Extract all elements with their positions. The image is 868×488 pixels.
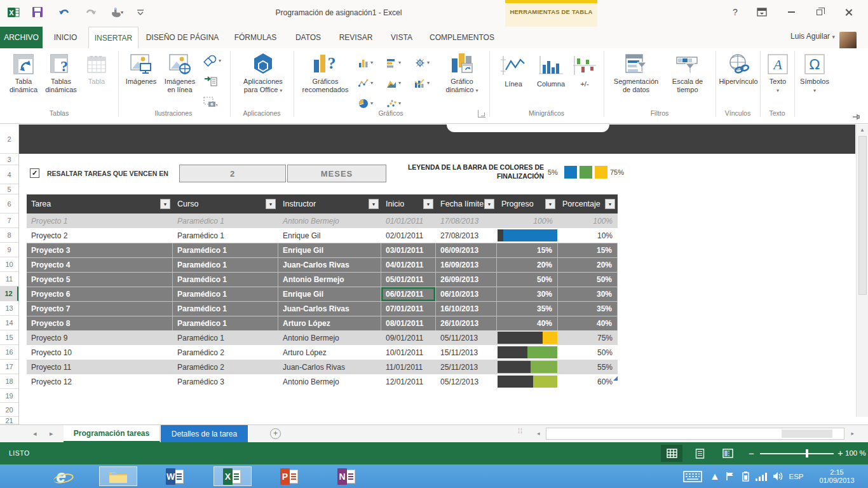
table-row-proyecto-8[interactable]: Proyecto 8Paramédico 1Arturo López08/01/…: [27, 316, 618, 330]
language-indicator[interactable]: ESP: [787, 464, 806, 488]
imagenes-button[interactable]: Imágenes: [123, 52, 159, 86]
cell-instructor[interactable]: Antonio Bermejo: [278, 330, 381, 345]
close-button[interactable]: [837, 4, 859, 20]
cell-fecha_limite[interactable]: 05/11/2013: [436, 330, 497, 345]
cell-inicio[interactable]: 05/01/2011: [381, 273, 436, 287]
cell-progreso[interactable]: [497, 360, 558, 374]
restore-button[interactable]: [808, 4, 830, 20]
row-header-3[interactable]: 3: [0, 154, 18, 165]
filter-dropdown-icon[interactable]: ▼: [545, 199, 555, 209]
cell-tarea[interactable]: Proyecto 6: [27, 287, 173, 301]
row-header-21[interactable]: 21: [0, 417, 18, 424]
texto-button[interactable]: A Texto▾: [763, 52, 793, 94]
row-header-15[interactable]: 15: [0, 330, 18, 345]
cell-fecha_limite[interactable]: 06/09/2013: [436, 243, 497, 257]
cell-inicio[interactable]: 06/01/2011: [381, 287, 436, 301]
cell-inicio[interactable]: 02/01/2011: [381, 228, 436, 243]
touch-mode-icon[interactable]: ▾: [107, 4, 126, 20]
row-header-4[interactable]: 4: [0, 165, 18, 184]
cell-progreso[interactable]: 50%: [497, 273, 558, 287]
segmentacion-de-datos-button[interactable]: Segmentación de datos: [609, 52, 663, 94]
task-table[interactable]: Tarea▼Curso▼Instructor▼Inicio▼Fecha lími…: [27, 194, 618, 389]
cell-fecha_limite[interactable]: 16/10/2013: [436, 302, 497, 316]
minigrafico-linea-button[interactable]: Línea: [497, 55, 530, 88]
minigrafico-columna-button[interactable]: Columna: [532, 55, 569, 88]
cell-fecha_limite[interactable]: 05/12/2013: [436, 374, 497, 389]
battery-icon[interactable]: [738, 464, 752, 488]
cell-progreso[interactable]: 35%: [497, 302, 558, 316]
minigrafico-ganancia-perdida-button[interactable]: +/-: [571, 55, 599, 88]
cell-progreso[interactable]: 100%: [497, 214, 558, 228]
cell-inicio[interactable]: 04/01/2011: [381, 258, 436, 272]
table-row-proyecto-4[interactable]: Proyecto 4Paramédico 1Juan-Carlos Rivas0…: [27, 257, 618, 272]
save-icon[interactable]: [28, 4, 47, 20]
imagenes-en-linea-button[interactable]: Imágenes en línea: [160, 52, 200, 94]
cell-tarea[interactable]: Proyecto 11: [27, 360, 173, 374]
ribbon-display-options-button[interactable]: [751, 4, 773, 20]
cell-curso[interactable]: Paramédico 1: [173, 330, 278, 345]
table-resize-handle[interactable]: [613, 376, 618, 381]
table-row-proyecto-10[interactable]: Proyecto 10Paramédico 2Arturo López10/01…: [27, 345, 618, 360]
zoom-out-button[interactable]: −: [749, 448, 754, 459]
new-sheet-button[interactable]: +: [270, 428, 281, 439]
row-header-17[interactable]: 17: [0, 360, 18, 374]
splitter-dots-icon[interactable]: ⁞⁞: [518, 427, 523, 435]
cell-progreso[interactable]: [497, 374, 558, 389]
tab-inicio[interactable]: INICIO: [46, 27, 85, 48]
table-row-proyecto-1[interactable]: Proyecto 1Paramédico 1Antonio Bermejo01/…: [27, 214, 618, 228]
table-row-proyecto-2[interactable]: Proyecto 2Paramédico 1Enrique Gil02/01/2…: [27, 228, 618, 243]
normal-view-button[interactable]: [661, 445, 682, 462]
cell-curso[interactable]: Paramédico 2: [173, 360, 278, 374]
sheet-tab-programacion-tareas[interactable]: Programación tareas: [64, 425, 160, 442]
tab-complementos[interactable]: COMPLEMENTOS: [423, 27, 501, 48]
cell-porcentaje[interactable]: 10%: [558, 228, 618, 243]
zoom-slider-thumb[interactable]: [806, 449, 808, 458]
pin-ribbon-icon[interactable]: [851, 112, 860, 119]
redo-icon[interactable]: [81, 4, 100, 20]
cell-curso[interactable]: Paramédico 3: [173, 374, 278, 389]
cell-curso[interactable]: Paramédico 2: [173, 345, 278, 360]
simbolos-button[interactable]: Ω Símbolos▾: [797, 52, 832, 94]
cell-instructor[interactable]: Juan-Carlos Rivas: [278, 258, 381, 272]
touch-keyboard-icon[interactable]: [679, 464, 707, 488]
clock[interactable]: 2:1501/09/2013: [811, 464, 863, 488]
horizontal-scrollbar[interactable]: ◂ ▸: [536, 428, 855, 440]
chart-scatter-icon[interactable]: ▾: [386, 97, 408, 111]
chart-scatter-line-icon[interactable]: ▾: [358, 76, 380, 90]
row-header-10[interactable]: 10: [0, 257, 18, 272]
scroll-up-icon[interactable]: ▲: [857, 127, 868, 133]
cell-tarea[interactable]: Proyecto 9: [27, 330, 173, 345]
chart-combo-icon[interactable]: ▾: [414, 76, 436, 90]
chart-pie-icon[interactable]: ▾: [358, 97, 380, 111]
cell-fecha_limite[interactable]: 26/09/2013: [436, 273, 497, 287]
filter-dropdown-icon[interactable]: ▼: [160, 199, 170, 209]
graficos-recomendados-button[interactable]: ? Gráficos recomendados: [297, 52, 353, 94]
cell-curso[interactable]: Paramédico 1: [173, 273, 278, 287]
chart-column-icon[interactable]: ▾: [358, 56, 380, 70]
chart-bar-icon[interactable]: ▾: [386, 56, 408, 70]
user-name[interactable]: Luis Aguilar ▾: [790, 32, 835, 41]
horizontal-scroll-thumb[interactable]: [782, 430, 832, 438]
cell-inicio[interactable]: 07/01/2011: [381, 302, 436, 316]
cell-progreso[interactable]: 30%: [497, 287, 558, 301]
row-header-19[interactable]: 19: [0, 389, 18, 403]
cell-progreso[interactable]: 20%: [497, 258, 558, 272]
table-row-proyecto-7[interactable]: Proyecto 7Paramédico 1Juan-Carlos Rivas0…: [27, 301, 618, 316]
table-row-proyecto-12[interactable]: Proyecto 12Paramédico 3Antonio Bermejo12…: [27, 374, 618, 389]
screenshot-icon[interactable]: ▾: [203, 95, 225, 109]
cell-progreso[interactable]: [497, 228, 558, 243]
table-row-proyecto-11[interactable]: Proyecto 11Paramédico 2Juan-Carlos Rivas…: [27, 360, 618, 374]
cell-progreso[interactable]: [497, 345, 558, 360]
row-header-5[interactable]: 5: [0, 184, 18, 194]
worksheet[interactable]: 23456789101112131415161718192021 ✓ RESAL…: [0, 124, 868, 424]
taskbar-internet-explorer[interactable]: e: [42, 466, 80, 486]
highlight-value-field[interactable]: 2: [179, 165, 286, 182]
charts-dialog-launcher[interactable]: [478, 110, 485, 118]
filter-dropdown-icon[interactable]: ▼: [369, 199, 379, 209]
row-header-13[interactable]: 13: [0, 301, 18, 316]
cell-inicio[interactable]: 03/01/2011: [381, 243, 436, 257]
row-header-20[interactable]: 20: [0, 403, 18, 417]
row-header-8[interactable]: 8: [0, 228, 18, 243]
cell-tarea[interactable]: Proyecto 1: [27, 214, 173, 228]
table-row-proyecto-6[interactable]: Proyecto 6Paramédico 1Enrique Gil06/01/2…: [27, 287, 618, 301]
